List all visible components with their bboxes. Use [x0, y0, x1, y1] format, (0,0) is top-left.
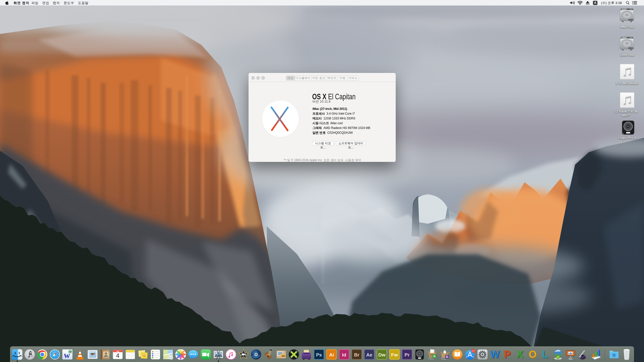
svg-text:Br: Br	[354, 352, 359, 357]
svg-text:3월: 3월	[116, 350, 119, 352]
svg-text:G: G	[433, 355, 436, 358]
svg-text:27: 27	[472, 350, 475, 352]
svg-text:G: G	[446, 355, 448, 358]
svg-text:Fw: Fw	[391, 352, 398, 357]
svg-text:W: W	[490, 349, 500, 360]
svg-text:Ps: Ps	[316, 352, 322, 357]
svg-text:4: 4	[116, 352, 119, 359]
svg-text:L: L	[542, 349, 548, 360]
svg-text:P: P	[504, 349, 511, 360]
svg-text:3D: 3D	[170, 357, 173, 359]
svg-text:X: X	[517, 349, 524, 360]
svg-text:Ae: Ae	[366, 352, 372, 357]
svg-text:Pr: Pr	[405, 352, 410, 357]
svg-text:Id: Id	[342, 352, 346, 357]
svg-text:Ai: Ai	[329, 352, 334, 357]
svg-text:Dw: Dw	[378, 352, 386, 357]
svg-text:O: O	[529, 349, 536, 360]
